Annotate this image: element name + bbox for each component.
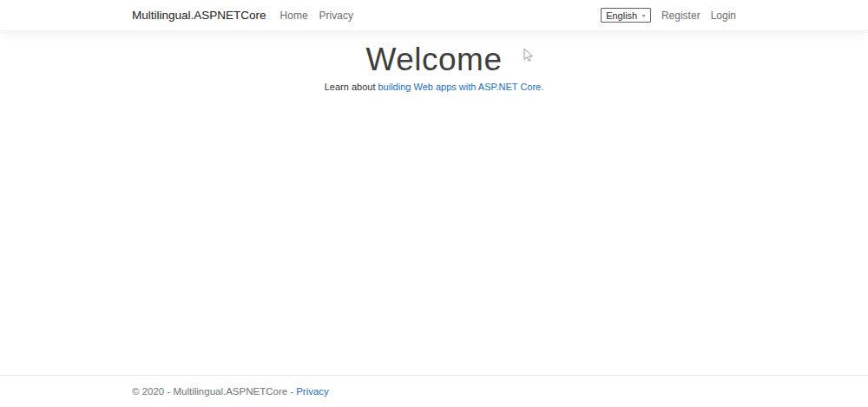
main-nav: Home Privacy (280, 10, 353, 22)
navbar: Multilingual.ASPNETCore Home Privacy Eng… (0, 0, 868, 31)
intro-text: Learn about building Web apps with ASP.N… (0, 82, 868, 92)
docs-link[interactable]: building Web apps with ASP.NET Core. (378, 82, 544, 92)
nav-link-home[interactable]: Home (280, 10, 308, 22)
copyright-text: © 2020 - Multilingual.ASPNETCore - (132, 386, 293, 397)
footer-container: © 2020 - Multilingual.ASPNETCore - Priva… (132, 376, 736, 407)
nav-link-login[interactable]: Login (711, 10, 736, 22)
main-content: Welcome Learn about building Web apps wi… (0, 32, 868, 375)
chevron-down-icon: ⌄ (641, 11, 647, 18)
language-select-value: English (606, 10, 637, 21)
footer-privacy-link[interactable]: Privacy (296, 386, 329, 397)
navbar-container: Multilingual.ASPNETCore Home Privacy Eng… (132, 0, 736, 30)
brand-link[interactable]: Multilingual.ASPNETCore (132, 9, 266, 22)
nav-link-register[interactable]: Register (661, 10, 700, 22)
navbar-right: English ⌄ Register Login (601, 8, 736, 23)
intro-text-prefix: Learn about (325, 82, 378, 92)
nav-link-privacy[interactable]: Privacy (319, 10, 353, 22)
footer: © 2020 - Multilingual.ASPNETCore - Priva… (0, 375, 868, 407)
page-title: Welcome (0, 41, 868, 79)
language-select[interactable]: English ⌄ (601, 8, 651, 23)
